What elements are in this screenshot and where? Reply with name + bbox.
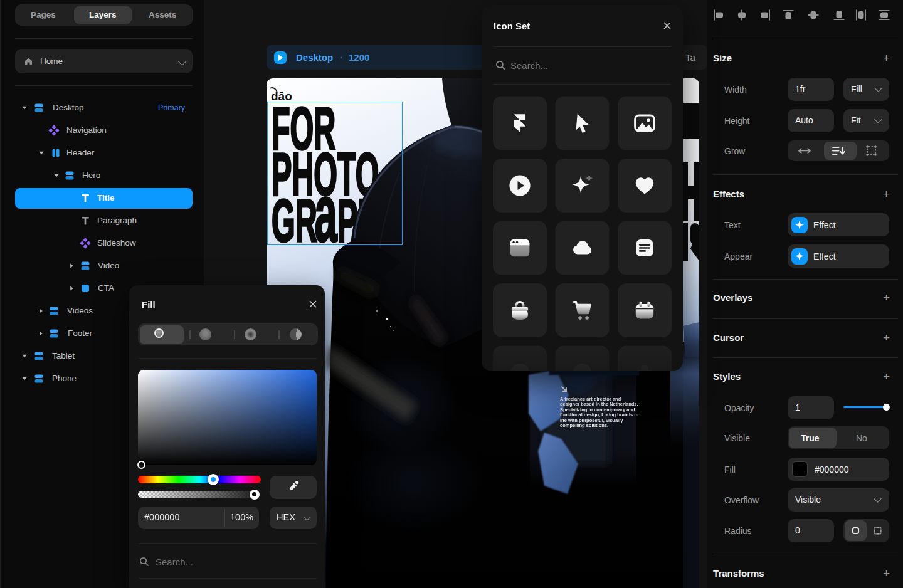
svg-text:dāo: dāo [271, 90, 292, 103]
